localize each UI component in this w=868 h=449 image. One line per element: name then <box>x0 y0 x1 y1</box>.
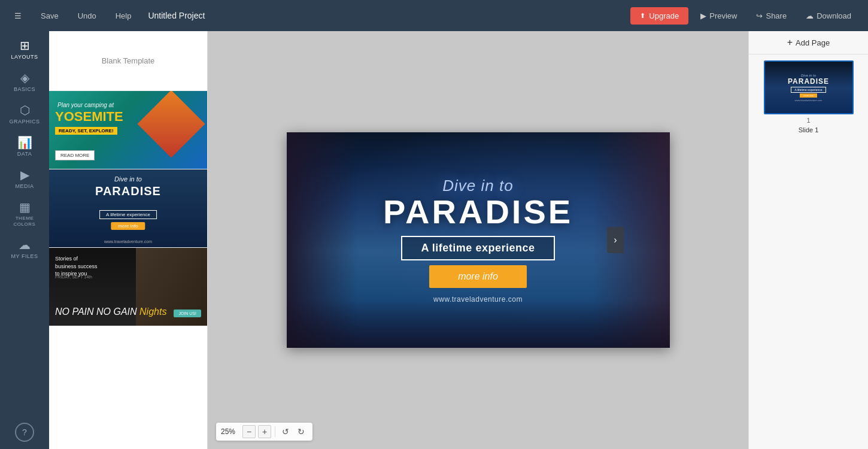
preview-button[interactable]: ▶ Preview <box>693 8 744 24</box>
canvas-paradise-text: PARADISE <box>383 195 573 229</box>
sidebar-item-basics[interactable]: ◈ BASICS <box>0 66 49 98</box>
slide-item-1[interactable]: Dive in to PARADISE A lifetime experienc… <box>755 60 862 134</box>
business-date: FRIDAY, SEPT 14th <box>55 275 92 279</box>
right-panel: + Add Page Dive in to PARADISE A lifetim… <box>748 31 868 449</box>
download-button[interactable]: ☁ Download <box>799 8 858 24</box>
add-page-icon: + <box>787 37 793 48</box>
canvas-moreinfo-button[interactable]: more info <box>429 265 527 288</box>
slide-thumb-url: www.traveladventure.com <box>795 99 823 102</box>
topnav: ☰ Save Undo Help Untitled Project ⬆ Upgr… <box>0 0 868 31</box>
zoom-separator <box>275 426 275 437</box>
basics-icon: ◈ <box>20 72 29 84</box>
slide-thumb-lifetime: A lifetime experience <box>791 87 825 93</box>
right-panel-header: + Add Page <box>749 31 868 54</box>
sidebar-item-theme-colors[interactable]: ▦ THEMECOLORS <box>0 195 49 233</box>
template-card-paradise[interactable]: Dive in to PARADISE A lifetime experienc… <box>49 169 207 248</box>
my-files-icon: ☁ <box>19 239 31 251</box>
paradise-sub: A lifetime experience <box>99 210 157 219</box>
slide-number: 1 <box>806 117 810 124</box>
paradise-main: PARADISE <box>95 184 161 198</box>
save-button[interactable]: Save <box>36 9 63 23</box>
share-button[interactable]: ↪ Share <box>749 8 794 24</box>
blank-template[interactable]: Blank Template <box>49 31 207 91</box>
business-cta: JOIN US! <box>174 310 201 317</box>
template-panel: Blank Template Plan your camping at YOSE… <box>49 31 208 449</box>
zoom-in-button[interactable]: + <box>258 425 271 438</box>
undo-history-button[interactable]: ↺ <box>279 425 292 438</box>
slide-thumbnail-1: Dive in to PARADISE A lifetime experienc… <box>764 60 854 114</box>
data-icon: 📊 <box>17 136 32 148</box>
yosemite-cta: READ MORE <box>55 150 95 160</box>
collapse-right-panel-button[interactable]: › <box>607 227 624 253</box>
help-circle-button[interactable]: ? <box>15 423 34 442</box>
topnav-left: ☰ Save Undo Help Untitled Project <box>10 9 205 23</box>
template-card-business[interactable]: Stories of business success to inspire y… <box>49 248 207 326</box>
theme-colors-icon: ▦ <box>19 201 31 213</box>
upgrade-icon: ⬆ <box>640 12 645 20</box>
yosemite-diamond <box>137 91 205 158</box>
main-layout: ⊞ LAYOUTS ◈ BASICS ⬡ GRAPHICS 📊 DATA ▶ M… <box>0 31 868 449</box>
canvas-area: Dive in to PARADISE A lifetime experienc… <box>208 31 748 449</box>
preview-icon: ▶ <box>700 11 706 20</box>
zoom-bar: 25% − + ↺ ↻ <box>216 423 312 441</box>
sidebar-item-layouts[interactable]: ⊞ LAYOUTS <box>0 34 49 66</box>
paradise-url: www.traveladventure.com <box>104 239 152 244</box>
template-card-yosemite[interactable]: Plan your camping at YOSEMITE READY, SET… <box>49 91 207 169</box>
paradise-title: Dive in to <box>114 175 142 183</box>
graphics-icon: ⬡ <box>20 104 30 116</box>
upgrade-button[interactable]: ⬆ Upgrade <box>630 7 688 25</box>
download-icon: ☁ <box>806 11 814 20</box>
yosemite-text1: Plan your camping at <box>57 102 114 108</box>
zoom-percent: 25% <box>221 427 240 436</box>
slide-thumb-paradise: PARADISE <box>788 77 829 86</box>
sidebar-item-my-files[interactable]: ☁ MY FILES <box>0 233 49 265</box>
canvas-lifetime-text: A lifetime experience <box>401 236 556 260</box>
sidebar-item-data[interactable]: 📊 DATA <box>0 131 49 163</box>
slides-list: Dive in to PARADISE A lifetime experienc… <box>749 54 868 449</box>
add-page-button[interactable]: + Add Page <box>787 37 830 48</box>
media-icon: ▶ <box>20 169 29 181</box>
paradise-btn: more info <box>111 222 145 230</box>
topnav-right: ⬆ Upgrade ▶ Preview ↪ Share ☁ Download <box>630 7 858 25</box>
zoom-out-button[interactable]: − <box>242 425 256 438</box>
sidebar-item-graphics[interactable]: ⬡ GRAPHICS <box>0 98 49 131</box>
menu-button[interactable]: ☰ <box>10 9 26 23</box>
yosemite-badge: READY, SET, EXPLORE! <box>55 127 117 135</box>
slide-label: Slide 1 <box>799 126 819 134</box>
undo-button[interactable]: Undo <box>73 9 101 23</box>
business-title: NO PAIN NO GAIN Nights <box>55 307 166 317</box>
yosemite-text2: YOSEMITE <box>55 109 123 125</box>
redo-history-button[interactable]: ↻ <box>295 425 308 438</box>
project-title: Untitled Project <box>148 11 205 20</box>
slide-thumb-inner: Dive in to PARADISE A lifetime experienc… <box>765 62 852 113</box>
sidebar-bottom: ? <box>15 423 34 442</box>
canvas-url-text: www.traveladventure.com <box>433 295 523 304</box>
sidebar-item-media[interactable]: ▶ MEDIA <box>0 163 49 195</box>
help-button[interactable]: Help <box>111 9 136 23</box>
layouts-icon: ⊞ <box>20 40 30 51</box>
slide-thumb-more: more info <box>800 93 817 98</box>
share-icon: ↪ <box>756 11 763 20</box>
left-sidebar: ⊞ LAYOUTS ◈ BASICS ⬡ GRAPHICS 📊 DATA ▶ M… <box>0 31 49 449</box>
